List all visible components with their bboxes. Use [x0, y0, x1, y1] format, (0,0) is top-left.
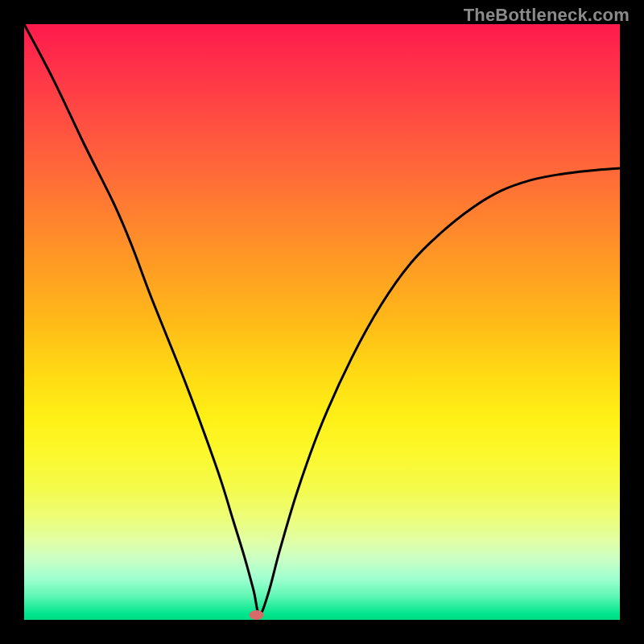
curve-svg — [24, 24, 620, 620]
minimum-marker — [250, 610, 264, 620]
watermark-label: TheBottleneck.com — [464, 5, 630, 26]
chart-frame: TheBottleneck.com — [0, 0, 644, 644]
bottleneck-curve — [24, 24, 620, 614]
plot-area — [24, 24, 620, 620]
